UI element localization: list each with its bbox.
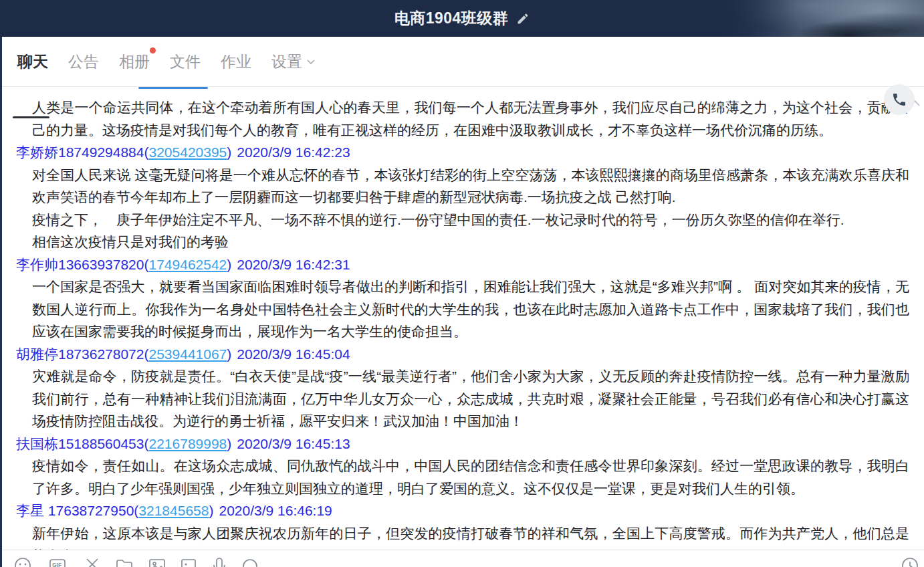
history-icon[interactable] [901,556,919,567]
tab-chat-label: 聊天 [17,51,48,72]
qq-number-link[interactable]: 3205420395 [148,144,227,160]
timestamp: 2020/3/9 16:45:04 [237,346,350,362]
qq-number-link[interactable]: 321845658 [138,503,209,518]
new-content-badge [150,47,156,53]
message-text: 疫情如令，责任如山。在这场众志成城、同仇敌忾的战斗中，中国人民的团结信念和责任感… [32,455,909,499]
tab-bar: 聊天 公告 相册 文件 作业 设置 [0,37,924,86]
tab-homework-label: 作业 [221,51,251,72]
group-title: 电商1904班级群 [394,8,509,29]
message-header: 李星 17638727950(321845658)2020/3/9 16:46:… [16,499,909,522]
image-icon[interactable] [148,556,166,567]
tab-files-label: 文件 [170,51,201,72]
message-text: 疫情之下， 庚子年伊始注定不平凡、一场不辞不惧的逆行.一份守望中国的责任.一枚记… [32,209,909,231]
call-button[interactable] [884,84,915,115]
qq-number-link[interactable]: 2539441067 [148,346,227,362]
emoji-icon[interactable] [13,556,32,567]
punctuation: ) [227,436,231,451]
qq-number-link[interactable]: 1749462542 [148,257,227,272]
screen-share-icon[interactable] [179,556,198,567]
tab-chat[interactable]: 聊天 [17,51,48,72]
file-icon[interactable] [115,556,134,567]
tab-album[interactable]: 相册 [119,51,150,72]
timestamp: 2020/3/9 16:42:31 [237,257,350,272]
tab-settings-label: 设置 [271,51,302,72]
message-text: 新年伊始，这原本该是与家人团聚庆祝农历新年的日子，但突发的疫情打破春节的祥和气氛… [32,522,909,550]
sender-name[interactable]: 李作帅 [16,257,58,272]
punctuation: ) [227,144,231,160]
window-left-edge [0,37,2,567]
voice-call-icon[interactable] [241,556,259,567]
message-header: 李作帅13663937820(1749462542)2020/3/9 16:42… [16,253,909,276]
tab-announcement[interactable]: 公告 [68,51,99,72]
tab-homework[interactable]: 作业 [221,51,251,72]
message-text: 相信这次疫情只是对我们的考验 [32,231,909,253]
message-header: 扶国栋15188560453(2216789998)2020/3/9 16:45… [16,433,909,455]
title-bar: 电商1904班级群 [0,0,924,37]
tab-settings[interactable]: 设置 [271,51,316,72]
horizontal-scroll-thumb[interactable] [138,87,208,89]
chevron-down-icon [306,59,316,65]
message-text: 灾难就是命令，防疫就是责任。“白衣天使”是战“疫”一线“最美逆行者”，他们舍小家… [32,365,909,433]
edit-title-icon[interactable] [516,12,530,25]
timestamp: 2020/3/9 16:42:23 [237,144,350,160]
sender-phone: 17638727950 [48,503,134,518]
message-header: 李娇娇18749294884(3205420395)2020/3/9 16:42… [16,141,909,164]
punctuation: ) [227,257,231,272]
phone-icon [891,92,907,108]
qq-number-link[interactable]: 2216789998 [148,436,227,451]
punctuation: ) [209,503,213,518]
sender-phone: 15188560453 [58,436,144,451]
sender-phone: 18749294884 [58,144,144,160]
sender-phone: 13663937820 [58,257,144,272]
chat-message-area[interactable]: 人类是一个命运共同体，在这个牵动着所有国人心的春天里，我们每一个人都无法置身事外… [0,89,924,550]
tab-album-label: 相册 [119,51,150,72]
timestamp: 2020/3/9 16:45:13 [237,436,350,451]
svg-text:GIF: GIF [52,562,62,567]
sender-name[interactable]: 李娇娇 [16,144,58,160]
tab-files[interactable]: 文件 [170,51,201,72]
punctuation: ) [227,346,231,362]
message-header: 胡雅停18736278072(2539441067)2020/3/9 16:45… [16,343,909,366]
gif-icon[interactable]: GIF [48,556,67,567]
sender-name[interactable]: 胡雅停 [16,346,58,362]
input-toolbar: GIF [0,550,924,567]
sender-phone: 18736278072 [58,346,144,362]
timestamp: 2020/3/9 16:46:19 [219,503,332,518]
screenshot-icon[interactable] [83,556,102,567]
message-text: 一个国家是否强大，就要看当国家面临困难时领导者做出的判断和指引，困难能让我们强大… [32,275,909,343]
message-text: 人类是一个命运共同体，在这个牵动着所有国人心的春天里，我们每一个人都无法置身事外… [32,96,909,141]
sender-name[interactable]: 扶国栋 [16,436,58,451]
message-text: 对全国人民来说 这毫无疑问将是一个难从忘怀的春节，本该张灯结彩的街上空空荡荡，本… [32,164,909,209]
sender-name[interactable]: 李星 [16,503,48,518]
tab-announcement-label: 公告 [68,51,99,72]
mic-icon[interactable] [210,556,229,567]
